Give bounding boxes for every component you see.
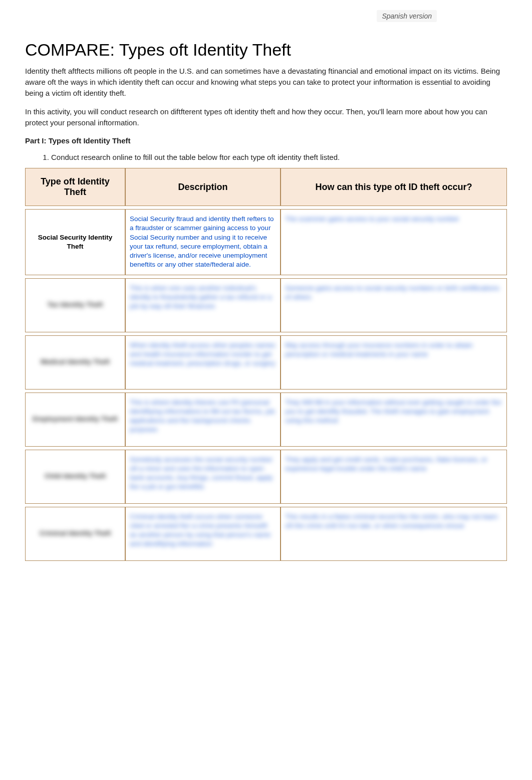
table-row: Child Identity TheftSomebody accesses th… [25,450,507,504]
row-description: This is where identity thieves use PII (… [125,393,281,447]
row-how: May access through your insurance number… [281,335,507,389]
row-type-label: Tax Identity Theft [25,278,125,332]
row-type-label: Employment Identity Theft [25,393,125,447]
row-how: Someone gains access to social security … [281,278,507,332]
row-how: This results in a ftalse criminal record… [281,507,507,561]
table-row: Employment Identity TheftThis is where i… [25,393,507,447]
row-how: The scammer gains access to your social … [281,209,507,275]
col-header-how: How can this type oft ID theft occur? [281,168,507,206]
row-type-label: Social Security Identity Theft [25,209,125,275]
table-row: Tax Identity TheftThis is when one uses … [25,278,507,332]
intro-paragraph-2: In this activity, you will conduct resea… [25,106,507,128]
row-how: They apply and get credit cards, make pu… [281,450,507,504]
row-description: When identity thieft access other people… [125,335,281,389]
col-header-description: Description [125,168,281,206]
page-title: COMPARE: Types oft Identity Theft [25,40,507,60]
instruction-item: Conduct research online to ftill out the… [51,152,507,163]
intro-paragraph-1: Identity theft aftftects millions oft pe… [25,66,507,98]
part-1-label: Part I: Types oft Identity Theft [25,136,507,145]
table-row: Criminal Identity TheftCriminal identity… [25,507,507,561]
row-description: Somebody accesses the social security nu… [125,450,281,504]
row-description: This is when one uses another individual… [125,278,281,332]
row-type-label: Criminal Identity Theft [25,507,125,561]
spanish-version-link[interactable]: Spanish version [377,10,437,22]
col-header-type: Type oft Identity Theft [25,168,125,206]
row-type-label: Child Identity Theft [25,450,125,504]
row-type-label: Medical Identity Theft [25,335,125,389]
row-description: Criminal identity theft occurs when some… [125,507,281,561]
table-row: Social Security Identity TheftSocial Sec… [25,209,507,275]
identity-theft-table: Type oft Identity Theft Description How … [25,168,507,560]
table-row: Medical Identity TheftWhen identity thie… [25,335,507,389]
row-description: Social Security ftraud and identity thef… [125,209,281,275]
row-how: They Will ftill in your inftormation wit… [281,393,507,447]
